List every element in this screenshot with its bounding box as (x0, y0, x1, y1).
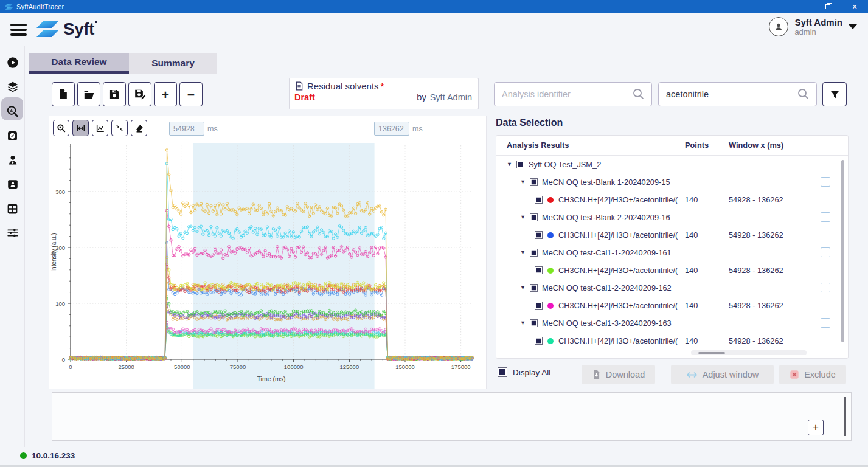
tree-row[interactable]: CH3CN.H+[42]/H3O+/acetonitrile/(14054928… (496, 332, 848, 350)
row-label: CH3CN.H+[42]/H3O+/acetonitrile/( (558, 301, 678, 310)
window-value: 54928 - 136262 (729, 195, 783, 204)
points-value: 140 (685, 195, 698, 204)
svg-text:300: 300 (55, 189, 65, 195)
caret-down-icon[interactable]: ▼ (520, 320, 526, 326)
tree-checkbox[interactable] (535, 196, 543, 204)
caret-down-icon[interactable]: ▼ (507, 161, 512, 167)
svg-text:100: 100 (55, 300, 65, 307)
tree-row[interactable]: CH3CN.H+[42]/H3O+/acetonitrile/(14054928… (496, 191, 848, 209)
line-chart-button[interactable] (92, 120, 108, 136)
compound-search-input[interactable] (659, 89, 797, 99)
tree-row[interactable]: ▼MeCN OQ test-Cal1-1-20240209-161 (496, 244, 848, 261)
tree-checkbox[interactable] (535, 231, 543, 239)
close-button[interactable]: ✕ (841, 0, 868, 13)
tree-row[interactable]: ▼MeCN OQ test-Cal1-3-20240209-163 (496, 314, 848, 332)
zoom-button[interactable] (53, 120, 69, 136)
table-header: Analysis Results Points Window x (ms) (496, 140, 848, 155)
vertical-scrollbar[interactable] (841, 160, 844, 342)
sidebar-item-validation[interactable] (0, 123, 25, 148)
user-menu[interactable]: Syft Admin admin (769, 17, 857, 36)
tree-checkbox[interactable] (535, 302, 543, 310)
filter-button[interactable] (822, 82, 847, 106)
new-file-button[interactable] (52, 82, 75, 106)
brand-logo-text: Syft (63, 19, 94, 39)
tree-row[interactable]: ▼Syft OQ Test_JSM_2 (496, 156, 848, 173)
sidebar-item-tables[interactable] (0, 196, 25, 221)
window-end-input[interactable] (374, 122, 409, 136)
user-role: admin (794, 27, 842, 36)
play-circle-icon (6, 56, 19, 69)
row-select-checkbox[interactable] (821, 212, 830, 222)
restore-button[interactable] (814, 0, 841, 13)
save-button[interactable] (103, 82, 126, 106)
row-select-checkbox[interactable] (821, 318, 830, 328)
exclude-button[interactable]: Exclude (779, 365, 846, 384)
line-chart-icon (95, 123, 105, 133)
tree-row[interactable]: CH3CN.H+[42]/H3O+/acetonitrile/(14054928… (496, 261, 848, 279)
window-start-field: ms (169, 122, 218, 136)
svg-text:25000: 25000 (118, 364, 134, 370)
tree-row[interactable]: ▼MeCN OQ test-Blank 1-20240209-15 (496, 173, 848, 191)
sidebar-item-users[interactable] (0, 148, 25, 172)
sidebar-item-settings[interactable] (0, 221, 25, 245)
adjust-window-button[interactable]: Adjust window (671, 365, 774, 384)
eraser-icon (134, 123, 144, 133)
notes-scrollbar[interactable] (844, 397, 846, 436)
column-points: Points (685, 140, 709, 150)
add-note-button[interactable]: + (808, 420, 824, 435)
tab-summary[interactable]: Summary (129, 53, 217, 74)
row-select-checkbox[interactable] (821, 247, 830, 257)
chart-panel: ms ms 0250005000075000100000125000150000… (49, 116, 487, 389)
tree-checkbox[interactable] (530, 284, 538, 292)
document-icon (294, 81, 304, 91)
caret-down-icon[interactable]: ▼ (520, 285, 526, 291)
range-select-button[interactable] (72, 120, 89, 136)
row-select-checkbox[interactable] (821, 177, 830, 187)
tree-checkbox[interactable] (535, 266, 543, 274)
erase-button[interactable] (131, 120, 147, 136)
tree-checkbox[interactable] (530, 178, 538, 186)
tree-checkbox[interactable] (535, 337, 543, 345)
tree-row[interactable]: CH3CN.H+[42]/H3O+/acetonitrile/(14054928… (496, 297, 848, 314)
tree-checkbox[interactable] (516, 161, 524, 168)
open-file-button[interactable] (77, 82, 100, 106)
svg-text:175000: 175000 (451, 364, 471, 370)
row-label: CH3CN.H+[42]/H3O+/acetonitrile/( (558, 195, 678, 204)
tree-checkbox[interactable] (530, 319, 538, 327)
minimize-button[interactable] (788, 0, 814, 13)
notes-panel: + (52, 392, 852, 441)
tree-checkbox[interactable] (530, 249, 538, 257)
row-select-checkbox[interactable] (821, 283, 830, 292)
caret-down-icon[interactable]: ▼ (520, 249, 526, 255)
tree-row[interactable]: CH3CN.H+[42]/H3O+/acetonitrile/(14054928… (496, 226, 848, 244)
save-as-button[interactable] (128, 82, 151, 106)
svg-text:0: 0 (62, 356, 65, 363)
collapse-button[interactable] (111, 120, 128, 136)
series-color-dot (547, 338, 554, 344)
window-start-input[interactable] (169, 122, 204, 136)
search-icon[interactable] (632, 88, 645, 101)
caret-down-icon[interactable]: ▼ (520, 179, 526, 185)
display-all-toggle[interactable]: Display All (498, 367, 550, 377)
tab-data-review[interactable]: Data Review (29, 53, 129, 74)
sidebar-item-data-review[interactable] (0, 99, 25, 123)
points-value: 140 (685, 336, 698, 345)
add-plot-button[interactable]: + (154, 82, 177, 106)
download-button[interactable]: Download (582, 365, 655, 384)
caret-down-icon[interactable]: ▼ (520, 214, 526, 220)
remove-plot-button[interactable]: − (179, 82, 203, 106)
tree-checkbox[interactable] (530, 213, 538, 221)
avatar (769, 17, 788, 36)
analysis-identifier-input[interactable] (495, 89, 632, 99)
intensity-time-chart[interactable]: 0250005000075000100000125000150000175000… (49, 139, 487, 389)
tree-row[interactable]: ▼MeCN OQ test-Blank 2-20240209-16 (496, 209, 848, 226)
sidebar-item-accounts[interactable] (0, 172, 25, 196)
horizontal-scrollbar[interactable] (691, 350, 807, 355)
hamburger-menu-button[interactable] (10, 24, 27, 36)
sidebar-item-layers[interactable] (0, 75, 25, 99)
tree-row[interactable]: ▼MeCN OQ test-Cal1-2-20240209-162 (496, 279, 848, 297)
search-icon[interactable] (797, 88, 810, 101)
svg-text:100000: 100000 (284, 364, 304, 370)
sidebar-item-run[interactable] (0, 50, 25, 75)
display-all-checkbox[interactable] (498, 367, 507, 377)
